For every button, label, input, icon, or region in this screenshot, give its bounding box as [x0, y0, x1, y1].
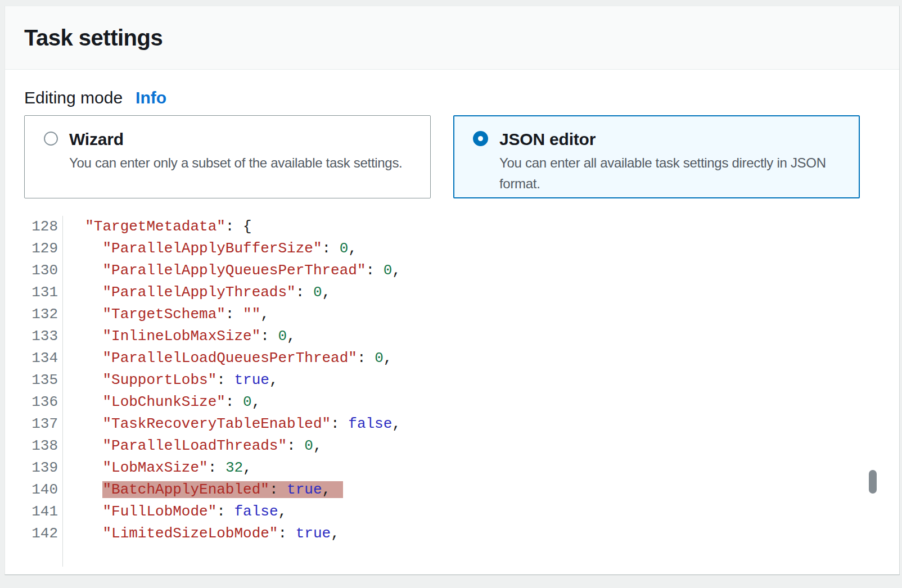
code-token-bool: true [234, 372, 269, 388]
editing-mode-option-json-editor[interactable]: JSON editor You can enter all available … [453, 115, 860, 198]
line-number: 131 [5, 282, 63, 304]
code-token-punc: : [217, 503, 234, 520]
line-number: 141 [5, 501, 63, 523]
code-line[interactable]: "TargetSchema": "", [63, 304, 269, 325]
code-line-row[interactable]: 141 "FullLobMode": false, [5, 501, 899, 523]
code-line[interactable]: "ParallelApplyBufferSize": 0, [63, 238, 357, 260]
code-token-punc: : [322, 240, 340, 257]
line-number: 140 [5, 479, 63, 501]
option-description: You can enter only a subset of the avail… [69, 152, 402, 173]
code-line-row[interactable]: 132 "TargetSchema": "", [5, 304, 899, 325]
code-line[interactable]: "LobChunkSize": 0, [63, 391, 260, 413]
code-token-num: 0 [304, 437, 313, 454]
code-line-row[interactable]: 140 "BatchApplyEnabled": true, [5, 479, 899, 501]
code-line-row[interactable]: 131 "ParallelApplyThreads": 0, [5, 282, 899, 304]
code-token-str: "InlineLobMaxSize" [102, 328, 260, 345]
radio-checked-icon[interactable] [473, 131, 488, 146]
code-token-punc: , [322, 481, 331, 498]
code-line[interactable] [63, 545, 67, 567]
code-line-row[interactable]: 139 "LobMaxSize": 32, [5, 457, 899, 479]
code-token-punc: , [252, 393, 261, 410]
code-line-row[interactable]: 129 "ParallelApplyBufferSize": 0, [5, 238, 899, 260]
code-token-num: 0 [278, 328, 287, 345]
code-token-punc: , [348, 240, 357, 257]
code-line-row[interactable]: 128 "TargetMetadata": { [5, 216, 899, 238]
code-token-str: "TaskRecoveryTableEnabled" [102, 415, 331, 432]
option-label: Wizard [69, 129, 402, 150]
code-token-punc: : [296, 284, 313, 301]
code-token-punc: : [269, 481, 287, 498]
code-token-punc: : [331, 415, 348, 432]
line-number: 129 [5, 238, 63, 260]
code-token-str: "ParallelApplyThreads" [102, 284, 295, 301]
code-token-punc: , [278, 503, 287, 520]
scrollbar-thumb[interactable] [869, 470, 877, 494]
code-line[interactable]: "ParallelApplyThreads": 0, [63, 282, 331, 304]
code-token-str: "LimitedSizeLobMode" [102, 525, 278, 542]
radio-dot [478, 136, 483, 141]
editing-mode-label: Editing mode [24, 88, 123, 108]
code-token-punc: : [260, 328, 278, 345]
radio-unchecked-icon[interactable] [44, 132, 58, 146]
code-token-punc: , [269, 372, 278, 388]
code-line[interactable]: "FullLobMode": false, [63, 501, 287, 523]
editing-mode-row: Editing mode Info [24, 88, 899, 108]
code-token-str: "FullLobMode" [102, 503, 217, 520]
task-settings-panel: Task settings Editing mode Info Wizard Y… [4, 6, 900, 575]
line-number: 137 [5, 413, 63, 435]
json-code-editor[interactable]: 128 "TargetMetadata": {129 "ParallelAppl… [5, 216, 899, 567]
code-token-num: 0 [243, 393, 252, 410]
code-line-row[interactable]: 135 "SupportLobs": true, [5, 369, 899, 391]
code-line[interactable]: "ParallelLoadQueuesPerThread": 0, [63, 347, 392, 369]
code-token-punc: : [226, 306, 243, 323]
code-line[interactable]: "TaskRecoveryTableEnabled": false, [63, 413, 401, 435]
code-token-punc: : [208, 459, 226, 476]
code-token-num: 0 [340, 240, 349, 257]
code-line-row[interactable]: 138 "ParallelLoadThreads": 0, [5, 435, 899, 457]
code-line-row[interactable]: 133 "InlineLobMaxSize": 0, [5, 325, 899, 347]
line-number: 128 [5, 216, 63, 238]
option-description: You can enter all available task setting… [499, 152, 846, 194]
code-token-num: 0 [313, 284, 322, 301]
line-number: 136 [5, 391, 63, 413]
code-token-punc: , [322, 284, 331, 301]
info-link[interactable]: Info [136, 88, 166, 108]
code-token-punc: : [357, 350, 375, 367]
line-number [5, 545, 63, 567]
line-number: 130 [5, 260, 63, 282]
code-line-row[interactable] [5, 545, 899, 567]
option-label: JSON editor [499, 129, 846, 150]
code-token-punc: , [331, 525, 340, 542]
code-token-punc: , [392, 415, 401, 432]
code-token-punc: : [278, 525, 295, 542]
code-token-punc: , [287, 328, 296, 345]
line-number: 133 [5, 325, 63, 347]
line-number: 142 [5, 523, 63, 545]
code-line[interactable]: "ParallelApplyQueuesPerThread": 0, [63, 260, 401, 282]
code-token-bool: true [287, 481, 322, 498]
code-line[interactable]: "LimitedSizeLobMode": true, [63, 523, 340, 545]
code-token-punc: , [243, 459, 252, 476]
code-token-num: 32 [226, 459, 243, 476]
code-line[interactable]: "SupportLobs": true, [63, 369, 278, 391]
code-line-row[interactable]: 142 "LimitedSizeLobMode": true, [5, 523, 899, 545]
code-line[interactable]: "BatchApplyEnabled": true, [63, 479, 343, 501]
option-text: Wizard You can enter only a subset of th… [69, 129, 402, 198]
code-line[interactable]: "LobMaxSize": 32, [63, 457, 252, 479]
line-number: 135 [5, 369, 63, 391]
code-line-row[interactable]: 137 "TaskRecoveryTableEnabled": false, [5, 413, 899, 435]
code-line-row[interactable]: 134 "ParallelLoadQueuesPerThread": 0, [5, 347, 899, 369]
code-token-punc: , [392, 262, 401, 279]
code-token-bool: false [348, 415, 392, 432]
code-token-punc: , [313, 437, 322, 454]
option-text: JSON editor You can enter all available … [499, 129, 846, 197]
editing-mode-option-wizard[interactable]: Wizard You can enter only a subset of th… [24, 115, 431, 198]
code-token-bool: true [296, 525, 331, 542]
line-number: 132 [5, 304, 63, 325]
code-line-row[interactable]: 136 "LobChunkSize": 0, [5, 391, 899, 413]
code-line[interactable]: "InlineLobMaxSize": 0, [63, 325, 296, 347]
code-token-str: "LobChunkSize" [102, 393, 225, 410]
code-line[interactable]: "ParallelLoadThreads": 0, [63, 435, 322, 457]
code-line[interactable]: "TargetMetadata": { [63, 216, 252, 238]
code-line-row[interactable]: 130 "ParallelApplyQueuesPerThread": 0, [5, 260, 899, 282]
